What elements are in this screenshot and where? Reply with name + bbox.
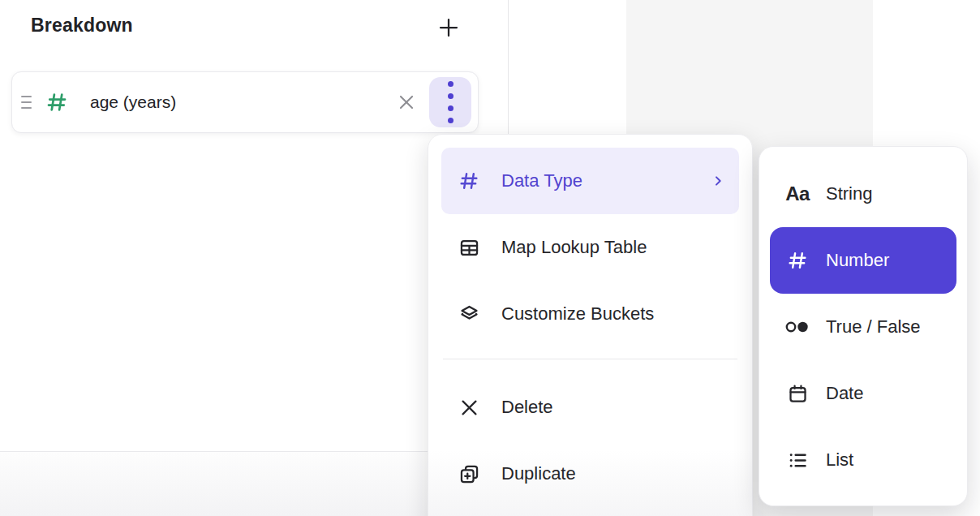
number-hash-icon [45,90,69,114]
field-context-menu: Data Type Map Lookup Table Customize Buc… [428,134,753,516]
hash-icon [782,249,813,272]
panel-header: Breakdown [31,15,475,37]
hash-icon [458,170,480,192]
menu-divider [443,359,737,359]
remove-field-button[interactable] [389,84,424,120]
submenu-item-number[interactable]: Number [770,227,956,294]
bulleted-list-icon [782,449,813,471]
menu-item-map-lookup-table[interactable]: Map Lookup Table [441,214,739,281]
table-icon [458,237,480,259]
layers-icon [458,303,480,325]
submenu-item-string[interactable]: Aa String [770,161,956,227]
x-icon [458,397,480,419]
aa-letters-icon: Aa [782,183,813,205]
breakdown-field-card[interactable]: age (years) [11,71,479,133]
submenu-item-label: String [826,183,872,204]
menu-item-label: Data Type [501,170,690,191]
close-icon [396,92,417,113]
drag-handle-icon[interactable] [17,96,35,109]
app-screen: Breakdown age (years) [0,0,980,516]
menu-item-delete[interactable]: Delete [441,374,739,441]
menu-item-label: Customize Buckets [501,303,724,325]
menu-item-data-type[interactable]: Data Type [441,148,739,214]
submenu-item-date[interactable]: Date [770,360,956,427]
menu-item-duplicate[interactable]: Duplicate [441,441,739,507]
menu-item-label: Duplicate [501,463,724,484]
data-type-submenu: Aa String Number True / False Date [759,146,968,506]
submenu-item-label: List [826,449,853,471]
submenu-item-true-false[interactable]: True / False [770,294,956,360]
kebab-dots-icon [448,81,453,87]
submenu-item-label: Date [826,383,863,404]
chevron-right-icon [711,174,724,187]
field-options-button[interactable] [429,77,471,127]
submenu-item-label: Number [826,250,889,271]
menu-item-customize-buckets[interactable]: Customize Buckets [441,281,739,347]
duplicate-plus-icon [458,463,480,485]
field-label: age (years) [90,92,389,112]
menu-item-label: Delete [501,397,724,418]
calendar-icon [782,383,813,405]
panel-title: Breakdown [31,15,133,37]
submenu-item-label: True / False [826,316,921,338]
menu-item-label: Map Lookup Table [501,237,724,258]
add-breakdown-button[interactable] [432,11,465,44]
submenu-item-list[interactable]: List [770,427,956,493]
boolean-circles-icon [782,317,813,337]
plus-icon [436,15,461,40]
